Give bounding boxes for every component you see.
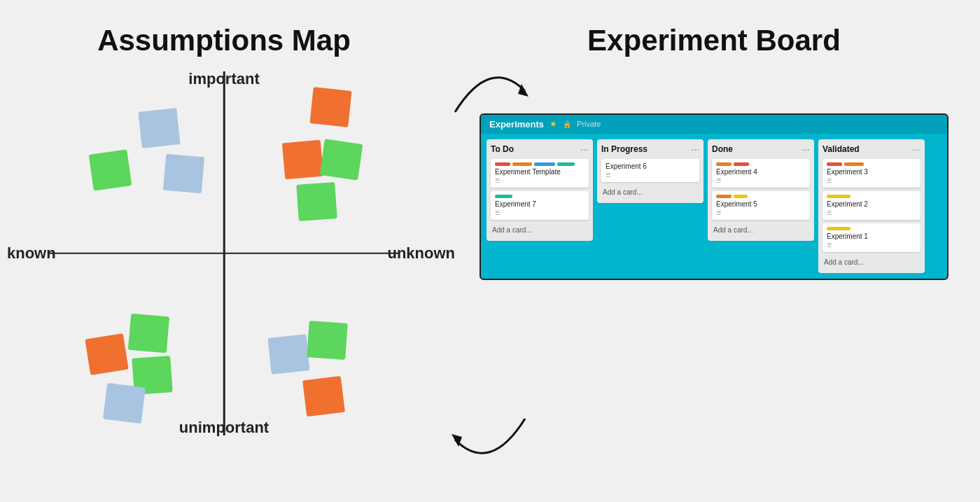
sticky-note [103,382,146,423]
sticky-note [296,182,337,221]
card-title: Experiment Template [495,168,584,176]
card-detail-icon: ☰ [495,210,584,216]
sticky-note [85,333,128,375]
add-card-validated[interactable]: Add a card... [822,256,920,269]
board-lists: To Do ··· Experiment Template ☰ [481,134,947,279]
card-experiment-6[interactable]: Experiment 6 ☰ [601,159,699,182]
label-orange [716,195,732,198]
add-card-done[interactable]: Add a card... [712,223,810,237]
label-orange [844,162,864,166]
card-experiment-4[interactable]: Experiment 4 ☰ [712,159,810,188]
card-experiment-7[interactable]: Experiment 7 ☰ [491,191,589,220]
list-validated-header: Validated ··· [822,144,920,155]
sticky-note [163,153,204,193]
assumptions-map-title: Assumptions Map [97,24,351,57]
list-done-header: Done ··· [712,144,810,155]
card-labels [716,162,806,166]
card-detail-icon: ☰ [827,242,916,249]
label-yellow [734,195,748,198]
vertical-axis [223,71,225,435]
sticky-note [320,139,363,180]
card-title: Experiment 2 [827,200,916,208]
sticky-note [307,321,347,360]
card-detail-icon: ☰ [827,178,916,184]
card-title: Experiment 5 [716,200,806,208]
card-experiment-5[interactable]: Experiment 5 ☰ [712,191,810,220]
board-header: Experiments ★ 🔒 Private [481,115,947,134]
label-red [827,162,842,166]
label-yellow [827,227,850,230]
card-labels [827,162,916,166]
label-blue [534,162,555,166]
card-title: Experiment 7 [495,200,584,208]
list-menu-icon[interactable]: ··· [802,144,810,155]
list-in-progress: In Progress ··· Experiment 6 ☰ Add a car… [597,139,704,203]
label-teal [557,162,575,166]
lock-icon: 🔒 [563,120,571,128]
arrow-bottom [448,405,532,463]
card-labels [827,227,916,230]
list-todo-header: To Do ··· [491,144,589,155]
label-red [495,162,510,166]
card-labels [716,195,806,198]
experiment-board-section: Experiment Board Experiments ★ 🔒 Private… [469,24,959,479]
label-red [734,162,749,166]
add-card-todo[interactable]: Add a card... [491,223,589,237]
card-experiment-3[interactable]: Experiment 3 ☰ [822,159,920,188]
card-experiment-1[interactable]: Experiment 1 ☰ [822,223,920,252]
sticky-note [302,375,345,416]
list-validated: Validated ··· Experiment 3 ☰ Experiment … [818,139,925,273]
card-labels [495,162,584,166]
card-detail-icon: ☰ [606,172,695,179]
label-orange [716,162,732,166]
add-card-in-progress[interactable]: Add a card... [601,186,699,199]
assumptions-map-section: Assumptions Map important unimportant kn… [21,24,427,479]
card-detail-icon: ☰ [827,210,916,216]
list-menu-icon[interactable]: ··· [691,144,699,155]
label-yellow [827,195,850,198]
card-detail-icon: ☰ [716,210,806,216]
list-validated-title: Validated [822,144,860,154]
list-menu-icon[interactable]: ··· [580,144,589,155]
sticky-note [89,149,132,190]
card-title: Experiment 3 [827,168,916,176]
card-detail-icon: ☰ [716,178,806,184]
star-icon: ★ [550,119,557,129]
experiment-board-title: Experiment Board [587,24,841,57]
sticky-note [128,313,169,353]
sticky-note [282,139,323,179]
list-done: Done ··· Experiment 4 ☰ Expe [708,139,814,241]
board-name: Experiments [489,119,544,130]
card-detail-icon: ☰ [495,178,584,184]
card-experiment-2[interactable]: Experiment 2 ☰ [822,191,920,220]
list-todo-title: To Do [491,144,514,154]
list-todo: To Do ··· Experiment Template ☰ [486,139,593,241]
label-teal [495,195,512,198]
trello-board: Experiments ★ 🔒 Private To Do ··· [479,113,948,280]
card-title: Experiment 6 [606,162,695,170]
label-orange [512,162,532,166]
quadrant-map: important unimportant known unknown [49,71,399,435]
sticky-note [138,108,180,148]
sticky-note [267,334,309,374]
card-experiment-template[interactable]: Experiment Template ☰ [491,159,589,188]
board-visibility: Private [577,120,601,128]
list-menu-icon[interactable]: ··· [912,144,920,155]
card-labels [827,195,916,198]
card-title: Experiment 1 [827,232,916,240]
list-done-title: Done [712,144,733,154]
card-labels [495,195,584,198]
sticky-note [309,87,351,127]
list-in-progress-header: In Progress ··· [601,144,699,155]
list-in-progress-title: In Progress [601,144,648,154]
card-title: Experiment 4 [716,168,806,176]
